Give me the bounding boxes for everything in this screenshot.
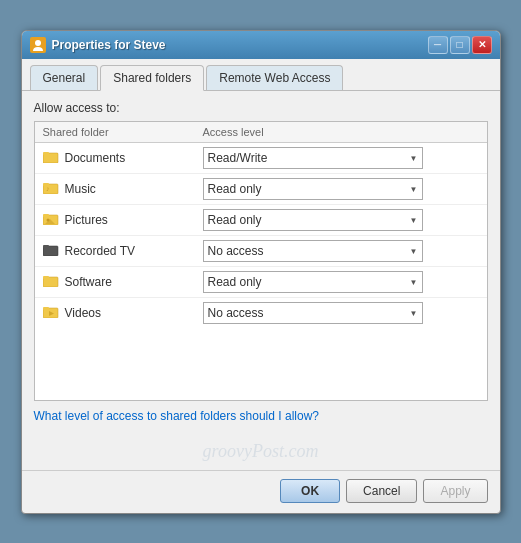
shared-folders-table: Shared folder Access level Do — [34, 121, 488, 401]
select-wrapper-pictures: Read/Write Read only No access — [203, 209, 423, 231]
table-row: ♪ Music Read/Write Read only No access — [35, 174, 487, 205]
folder-cell-documents: Documents — [43, 149, 203, 166]
allow-access-label: Allow access to: — [34, 101, 488, 115]
svg-point-0 — [35, 40, 41, 46]
column-header-folder: Shared folder — [43, 126, 203, 138]
select-wrapper-software: Read/Write Read only No access — [203, 271, 423, 293]
access-select-videos[interactable]: Read/Write Read only No access — [203, 302, 423, 324]
ok-button[interactable]: OK — [280, 479, 340, 503]
svg-rect-13 — [43, 276, 49, 279]
select-wrapper-music: Read/Write Read only No access — [203, 178, 423, 200]
folder-icon-videos — [43, 304, 59, 321]
help-link[interactable]: What level of access to shared folders s… — [34, 409, 319, 423]
svg-rect-3 — [43, 152, 49, 155]
column-header-access: Access level — [203, 126, 479, 138]
title-buttons: ─ □ ✕ — [428, 36, 492, 54]
tab-shared-folders[interactable]: Shared folders — [100, 65, 204, 91]
tab-content: Allow access to: Shared folder Access le… — [22, 91, 500, 437]
access-cell-software: Read/Write Read only No access — [203, 271, 479, 293]
tab-general[interactable]: General — [30, 65, 99, 90]
access-select-pictures[interactable]: Read/Write Read only No access — [203, 209, 423, 231]
table-body: Documents Read/Write Read only No access — [35, 143, 487, 395]
folder-name-pictures: Pictures — [65, 213, 108, 227]
table-row: Videos Read/Write Read only No access — [35, 298, 487, 328]
title-bar: Properties for Steve ─ □ ✕ — [22, 31, 500, 59]
svg-rect-8 — [43, 214, 49, 217]
access-select-music[interactable]: Read/Write Read only No access — [203, 178, 423, 200]
footer-buttons: OK Cancel Apply — [22, 470, 500, 513]
table-row: Documents Read/Write Read only No access — [35, 143, 487, 174]
apply-button[interactable]: Apply — [423, 479, 487, 503]
svg-text:♪: ♪ — [46, 185, 50, 192]
folder-cell-videos: Videos — [43, 304, 203, 321]
access-cell-videos: Read/Write Read only No access — [203, 302, 479, 324]
select-wrapper-documents: Read/Write Read only No access — [203, 147, 423, 169]
folder-icon-software — [43, 273, 59, 290]
folder-icon-documents — [43, 149, 59, 166]
footer-link: What level of access to shared folders s… — [34, 409, 488, 423]
table-row: Software Read/Write Read only No access — [35, 267, 487, 298]
folder-name-music: Music — [65, 182, 96, 196]
cancel-button[interactable]: Cancel — [346, 479, 417, 503]
window-title: Properties for Steve — [52, 38, 166, 52]
access-cell-documents: Read/Write Read only No access — [203, 147, 479, 169]
access-cell-music: Read/Write Read only No access — [203, 178, 479, 200]
table-row: Pictures Read/Write Read only No access — [35, 205, 487, 236]
folder-icon-music: ♪ — [43, 180, 59, 197]
folder-cell-recorded-tv: Recorded TV — [43, 242, 203, 259]
access-select-software[interactable]: Read/Write Read only No access — [203, 271, 423, 293]
properties-window: Properties for Steve ─ □ ✕ General Share… — [21, 30, 501, 514]
access-select-recorded-tv[interactable]: Read/Write Read only No access — [203, 240, 423, 262]
folder-name-documents: Documents — [65, 151, 126, 165]
title-bar-left: Properties for Steve — [30, 37, 166, 53]
access-select-documents[interactable]: Read/Write Read only No access — [203, 147, 423, 169]
svg-rect-11 — [43, 245, 49, 248]
folder-cell-software: Software — [43, 273, 203, 290]
folder-name-recorded-tv: Recorded TV — [65, 244, 135, 258]
folder-cell-music: ♪ Music — [43, 180, 203, 197]
folder-cell-pictures: Pictures — [43, 211, 203, 228]
svg-rect-15 — [43, 307, 49, 310]
close-button[interactable]: ✕ — [472, 36, 492, 54]
folder-name-videos: Videos — [65, 306, 101, 320]
watermark: groovyPost.com — [22, 437, 500, 466]
access-cell-pictures: Read/Write Read only No access — [203, 209, 479, 231]
folder-name-software: Software — [65, 275, 112, 289]
folder-icon-recorded-tv — [43, 242, 59, 259]
tab-remote-web-access[interactable]: Remote Web Access — [206, 65, 343, 90]
folder-icon-pictures — [43, 211, 59, 228]
maximize-button[interactable]: □ — [450, 36, 470, 54]
access-cell-recorded-tv: Read/Write Read only No access — [203, 240, 479, 262]
select-wrapper-videos: Read/Write Read only No access — [203, 302, 423, 324]
select-wrapper-recorded-tv: Read/Write Read only No access — [203, 240, 423, 262]
table-row: Recorded TV Read/Write Read only No acce… — [35, 236, 487, 267]
window-icon — [30, 37, 46, 53]
tabs-bar: General Shared folders Remote Web Access — [22, 59, 500, 91]
table-header: Shared folder Access level — [35, 122, 487, 143]
minimize-button[interactable]: ─ — [428, 36, 448, 54]
